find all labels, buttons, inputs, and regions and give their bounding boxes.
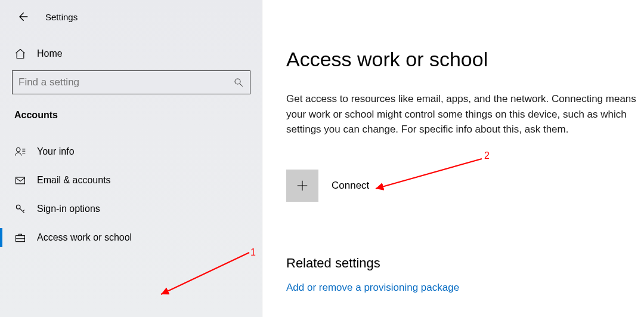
connect-button[interactable]: [286, 170, 318, 202]
sidebar-item-label: Sign-in options: [37, 204, 100, 214]
plus-icon: [296, 179, 309, 192]
search-icon: [233, 77, 244, 88]
page-description: Get access to resources like email, apps…: [286, 91, 644, 137]
home-nav-item[interactable]: Home: [0, 39, 262, 68]
topbar: Settings: [0, 11, 262, 23]
app-title: Settings: [45, 12, 78, 22]
sidebar: Settings Home Accounts Your info: [0, 0, 262, 317]
sidebar-item-email-accounts[interactable]: Email & accounts: [0, 166, 262, 195]
mail-icon: [14, 174, 26, 186]
person-icon: [14, 146, 26, 158]
connect-row: Connect: [286, 170, 644, 202]
section-label-accounts: Accounts: [0, 106, 262, 124]
sidebar-item-label: Access work or school: [37, 232, 132, 243]
sidebar-item-access-work-school[interactable]: Access work or school: [0, 223, 262, 252]
page-heading: Access work or school: [286, 48, 644, 71]
briefcase-icon: [14, 232, 26, 244]
sidebar-item-label: Email & accounts: [37, 175, 111, 186]
key-icon: [14, 203, 26, 215]
home-label: Home: [37, 48, 63, 59]
back-button[interactable]: [17, 11, 29, 23]
main-content: Access work or school Get access to reso…: [262, 0, 644, 317]
sidebar-item-your-info[interactable]: Your info: [0, 137, 262, 166]
search-input[interactable]: [18, 76, 233, 88]
back-arrow-icon: [17, 11, 29, 23]
home-icon: [14, 48, 26, 60]
sidebar-item-label: Your info: [37, 146, 75, 157]
provisioning-package-link[interactable]: Add or remove a provisioning package: [286, 282, 459, 293]
svg-rect-2: [16, 177, 25, 184]
annotation-label-1: 1: [250, 247, 256, 258]
svg-point-0: [235, 79, 240, 84]
annotation-label-2: 2: [484, 150, 490, 161]
related-settings-heading: Related settings: [286, 256, 644, 271]
connect-label: Connect: [332, 180, 369, 192]
search-box[interactable]: [12, 70, 250, 94]
svg-point-3: [16, 205, 20, 209]
sidebar-item-signin-options[interactable]: Sign-in options: [0, 195, 262, 223]
svg-point-1: [16, 147, 20, 152]
